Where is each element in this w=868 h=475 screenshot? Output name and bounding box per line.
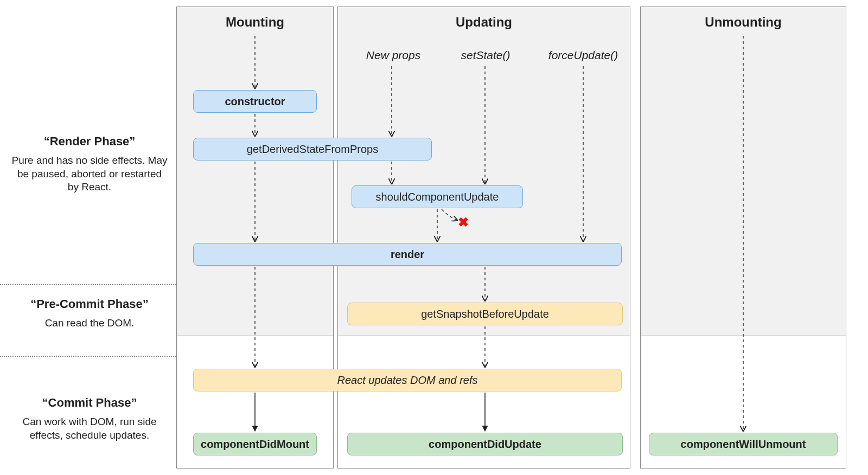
col-updating-title: Updating	[338, 7, 630, 35]
phase-separator	[0, 356, 176, 357]
phase-commit-desc: Can work with DOM, run side effects, sch…	[11, 415, 168, 442]
trigger-new-props: New props	[353, 49, 434, 62]
phase-precommit-desc: Can read the DOM.	[11, 317, 168, 330]
phase-precommit: “Pre-Commit Phase” Can read the DOM.	[11, 297, 168, 330]
col-unmounting-title: Unmounting	[641, 7, 846, 35]
box-react-updates: React updates DOM and refs	[193, 369, 622, 391]
phase-render-title: “Render Phase”	[11, 134, 168, 149]
x-icon: ✖	[458, 215, 469, 230]
phase-separator	[0, 284, 176, 285]
col-unmounting-upper: Unmounting	[640, 7, 846, 336]
box-cdu[interactable]: componentDidUpdate	[347, 433, 623, 455]
box-gdsfp[interactable]: getDerivedStateFromProps	[193, 138, 432, 161]
trigger-forceupdate: forceUpdate()	[542, 49, 624, 62]
trigger-setstate: setState()	[450, 49, 521, 62]
col-mounting-title: Mounting	[177, 7, 333, 35]
col-mounting-upper: Mounting	[176, 7, 334, 336]
box-cdm[interactable]: componentDidMount	[193, 433, 317, 455]
box-render[interactable]: render	[193, 243, 622, 266]
box-gsbu[interactable]: getSnapshotBeforeUpdate	[347, 303, 623, 325]
phase-precommit-title: “Pre-Commit Phase”	[11, 297, 168, 311]
box-cwu[interactable]: componentWillUnmount	[649, 433, 838, 455]
phase-commit: “Commit Phase” Can work with DOM, run si…	[11, 396, 168, 442]
box-constructor[interactable]: constructor	[193, 90, 317, 113]
lifecycle-diagram: “Render Phase” Pure and has no side effe…	[0, 0, 868, 475]
phase-render: “Render Phase” Pure and has no side effe…	[11, 134, 168, 194]
box-scu[interactable]: shouldComponentUpdate	[352, 185, 523, 208]
phase-render-desc: Pure and has no side effects. May be pau…	[11, 154, 168, 194]
phase-commit-title: “Commit Phase”	[11, 396, 168, 410]
